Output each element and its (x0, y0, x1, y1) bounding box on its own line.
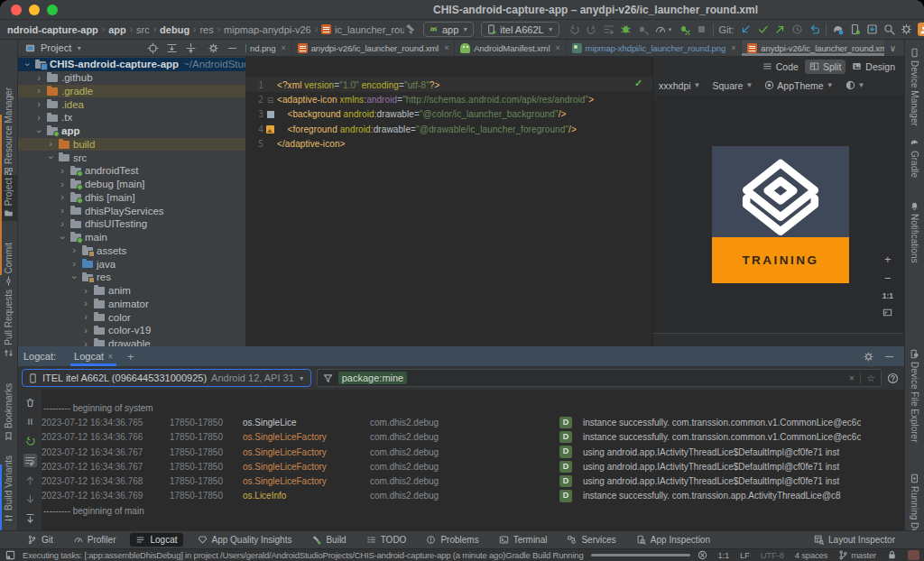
tree-row[interactable]: ›anim (18, 284, 245, 298)
attach-debugger-icon[interactable] (637, 23, 649, 35)
logcat-settings-icon[interactable] (863, 351, 874, 363)
code-line[interactable]: 5</adaptive-icon> (245, 137, 652, 152)
tool-strip-item-notifications[interactable]: Notifications (905, 198, 924, 265)
logcat-filter-input[interactable]: package:mine ×☆ (317, 369, 882, 387)
git-update-icon[interactable] (740, 23, 752, 35)
user-avatar[interactable] (918, 23, 924, 36)
favorite-filter-icon[interactable]: ☆ (860, 372, 875, 384)
tool-strip-item-pull-requests[interactable]: Pull Requests (0, 287, 17, 361)
tree-row[interactable]: ›.gradle (18, 85, 245, 98)
scroll-down-icon[interactable] (24, 493, 36, 505)
breadcrumb-item[interactable]: res (199, 24, 213, 35)
hammer-icon[interactable] (404, 23, 416, 35)
editor-tab[interactable]: mipmap-xhdpi/ic_launcher_round.png× (567, 40, 743, 56)
tool-window-button-app-inspection[interactable]: App Inspection (631, 533, 716, 547)
breadcrumb-item[interactable]: src (136, 24, 150, 35)
shape-selector[interactable]: Square▼ (713, 80, 753, 91)
tree-row[interactable]: ›dhisPlayServices (18, 204, 245, 217)
tree-row[interactable]: ›androidTest (18, 164, 245, 178)
git-commit-check-icon[interactable] (757, 23, 769, 35)
theme-selector[interactable]: AppTheme▼ (764, 80, 833, 91)
zoom-fit-button[interactable] (882, 308, 892, 317)
close-tab-icon[interactable]: × (107, 352, 113, 362)
clear-filter-icon[interactable]: × (849, 372, 855, 383)
chevron-collapsed-icon[interactable]: › (33, 73, 44, 83)
gradle-sync-icon[interactable] (832, 23, 844, 35)
logcat-device-selector[interactable]: ITEL itel A662L (0966445331000925) Andro… (22, 369, 311, 387)
chevron-collapsed-icon[interactable]: › (80, 299, 91, 308)
chevron-collapsed-icon[interactable]: › (33, 113, 44, 123)
tree-row[interactable]: ›assets (18, 244, 245, 258)
expand-all-icon[interactable] (166, 42, 178, 54)
tool-strip-item-project[interactable]: Project (0, 175, 17, 221)
chevron-collapsed-icon[interactable]: › (80, 339, 91, 346)
tool-strip-item-gradle[interactable]: Gradle (905, 135, 924, 180)
chevron-expanded-icon[interactable]: › (58, 232, 68, 243)
chevron-collapsed-icon[interactable]: › (33, 99, 44, 109)
collapse-all-icon[interactable] (185, 42, 197, 54)
debug-icon[interactable] (620, 23, 632, 35)
tree-row[interactable]: ›src (18, 151, 245, 164)
mode-code[interactable]: Code (758, 60, 803, 74)
minimize-panel-icon[interactable] (883, 351, 895, 363)
tool-window-button-services[interactable]: Services (561, 533, 621, 547)
tree-row[interactable]: ›res (18, 271, 245, 284)
close-tab-icon[interactable]: × (731, 43, 735, 52)
project-panel-title[interactable]: Project (41, 42, 71, 53)
breadcrumb-item[interactable]: debug (160, 24, 189, 35)
run-configurations-icon[interactable] (603, 23, 614, 35)
tree-row[interactable]: ›.idea (18, 97, 245, 111)
code-editor[interactable]: 1<?xml version="1.0" encoding="utf-8"?>2… (245, 57, 652, 346)
run-config-selector[interactable]: app ▼ (423, 22, 474, 37)
tool-strip-item-bookmarks[interactable]: Bookmarks (0, 381, 17, 444)
tree-row[interactable]: ›.github (18, 71, 245, 85)
git-push-icon[interactable] (774, 23, 786, 35)
sdk-manager-icon[interactable] (866, 23, 878, 35)
tree-row[interactable]: ›color-v19 (18, 324, 245, 337)
code-line[interactable]: 2⊟<adaptive-icon xmlns:android="http://s… (245, 92, 652, 106)
profiler-gauge-icon[interactable] (654, 23, 666, 35)
tree-row[interactable]: ›animator (18, 298, 245, 311)
rerun-icon[interactable] (568, 23, 580, 35)
chevron-collapsed-icon[interactable]: › (80, 326, 91, 336)
breadcrumb-item[interactable]: app (108, 24, 126, 35)
tool-window-button-app-quality-insights[interactable]: App Quality Insights (192, 533, 298, 547)
apply-changes-icon[interactable] (679, 23, 690, 35)
new-tab-button[interactable]: + (127, 350, 134, 363)
breadcrumb-item[interactable]: ndroid-capture-app (7, 24, 98, 35)
chevron-collapsed-icon[interactable]: › (69, 259, 79, 269)
chevron-expanded-icon[interactable]: › (34, 125, 44, 136)
tree-row[interactable]: ›debug [main] (18, 178, 245, 191)
pause-logcat-icon[interactable] (24, 416, 36, 428)
tree-row[interactable]: ›dhisUITesting (18, 217, 245, 231)
tool-window-button-terminal[interactable]: Terminal (494, 533, 553, 547)
chevron-collapsed-icon[interactable]: › (57, 179, 68, 189)
status-message[interactable]: Executing tasks: [:app:assembleDhisDebug… (23, 550, 505, 560)
tool-window-button-todo[interactable]: TODO (361, 533, 412, 547)
scroll-up-icon[interactable] (24, 474, 36, 486)
close-window-button[interactable] (11, 5, 22, 15)
rollback-icon[interactable] (808, 23, 820, 35)
tool-window-button-build[interactable]: Build (306, 533, 351, 547)
close-tab-icon[interactable]: × (444, 43, 448, 52)
close-tab-icon[interactable]: × (281, 43, 285, 52)
zoom-actual-button[interactable]: 1:1 (882, 291, 893, 300)
logcat-console[interactable]: --------- beginning of system2023-07-12 … (42, 390, 904, 530)
tree-row[interactable]: ›main (18, 231, 245, 244)
chevron-expanded-icon[interactable]: › (69, 271, 79, 282)
settings-gear-icon[interactable] (901, 23, 912, 35)
chevron-expanded-icon[interactable]: › (23, 59, 32, 69)
forward-icon[interactable] (586, 23, 597, 35)
tree-row[interactable]: ›CHIS-android-capture-app~/AndroidStudio… (18, 58, 245, 71)
logcat-tab[interactable]: Logcat× (69, 346, 118, 366)
zoom-out-button[interactable]: − (884, 272, 892, 284)
code-line[interactable]: 4 <foreground android:drawable="@drawabl… (245, 122, 652, 136)
tree-row[interactable]: ›color (18, 310, 245, 324)
tree-row[interactable]: ›.tx (18, 111, 245, 124)
chevron-collapsed-icon[interactable]: › (57, 206, 68, 216)
code-line[interactable]: 1<?xml version="1.0" encoding="utf-8"?> (245, 78, 652, 92)
chevron-down-icon[interactable]: ▼ (76, 45, 82, 51)
hide-panel-icon[interactable] (226, 42, 238, 54)
cancel-build-icon[interactable] (698, 550, 707, 560)
tree-row[interactable]: ›drawable (18, 337, 245, 346)
